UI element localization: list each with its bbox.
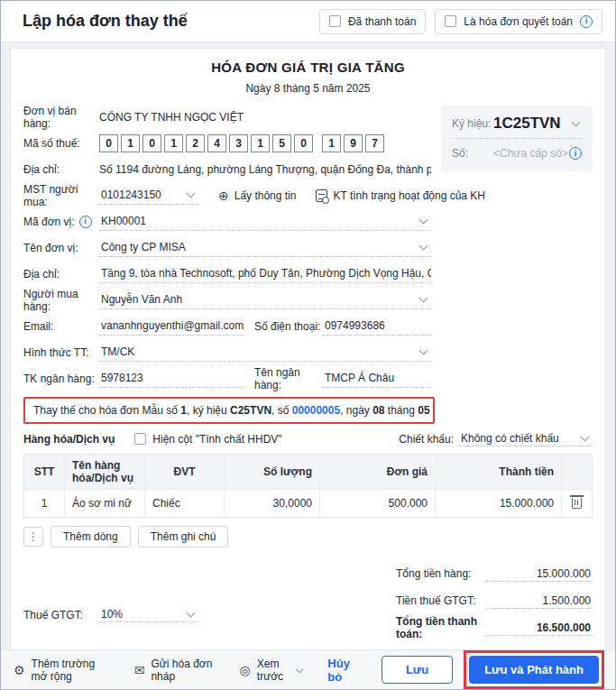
bank-acc-input[interactable]: 5978123 [99, 369, 244, 388]
envelope-icon: ✉ [134, 664, 145, 676]
buyer-mst-row: MST người mua: 0101243150 ⊕ Lấy thông ti… [23, 182, 431, 208]
vat-rate-label: Thuế GTGT: [23, 609, 99, 621]
bank-name-input[interactable]: TMCP Á Châu [323, 369, 431, 388]
buyer-mst-input[interactable]: 0101243150 [99, 186, 198, 205]
seller-name-value: CÔNG TY TNHH NGỌC VIỆT [99, 111, 431, 124]
buyer-code-input[interactable]: KH00001 [99, 212, 431, 231]
settlement-checkbox-chip[interactable]: Là hóa đơn quyết toán i [435, 9, 602, 34]
row-unit[interactable]: Chiếc [144, 490, 224, 517]
paid-checkbox-chip[interactable]: Đã thanh toán [319, 9, 426, 34]
row-amount[interactable]: 15.000.000 [435, 490, 561, 517]
items-table: STT Tên hàng hóa/Dịch vụ ĐVT Số lượng Đơ… [23, 454, 593, 518]
tax-digit: 0 [294, 134, 313, 152]
save-and-publish-button[interactable]: Lưu và Phát hành [469, 656, 599, 684]
serial-symbol-label: Ký hiệu: [452, 117, 493, 130]
chevron-down-icon[interactable] [572, 117, 581, 126]
trash-icon[interactable] [572, 498, 582, 509]
discount-select[interactable]: Không có chiết khấu [459, 431, 593, 446]
tax-amount-value: 1.500.000 [486, 593, 593, 609]
chevron-down-icon[interactable] [419, 293, 428, 302]
settlement-checkbox[interactable] [445, 15, 456, 27]
settlement-checkbox-label: Là hóa đơn quyết toán [464, 15, 573, 28]
bank-acc-label: TK ngân hàng: [23, 373, 99, 385]
chevron-down-icon[interactable] [187, 189, 196, 198]
kebab-menu-icon[interactable]: ⋮ [23, 527, 43, 547]
grand-total-value: 16.500.000 [486, 621, 593, 636]
invoice-editor-window: { "colors": { "accent": "#2368ee", "dang… [0, 0, 616, 690]
chevron-down-icon[interactable] [419, 345, 428, 354]
replacement-text: tháng [385, 404, 418, 417]
preview-button[interactable]: ◎ Xem trước [240, 658, 303, 683]
buyer-contact-row: Email: vananhnguyenthi@gmail.com Số điện… [23, 313, 431, 339]
totals-panel: Tổng tiền hàng: 15.000.000 Tiền thuế GTG… [396, 560, 593, 641]
buyer-person-input[interactable]: Nguyễn Văn Anh [99, 290, 431, 309]
replacement-month: 05 [418, 404, 429, 417]
fetch-info-button[interactable]: ⊕ Lấy thông tin [218, 189, 296, 202]
buyer-person-row: Người mua hàng: Nguyễn Văn Anh [23, 287, 431, 313]
row-quantity[interactable]: 30,0000 [224, 490, 319, 517]
serial-divider [452, 138, 582, 139]
replacement-day: 08 [372, 404, 384, 417]
chevron-down-icon[interactable] [419, 215, 428, 224]
tax-digit: 3 [229, 134, 248, 152]
send-draft-button[interactable]: ✉ Gửi hóa đơn nháp [134, 658, 215, 683]
replacement-notice: Thay thế cho hóa đơn Mẫu số 1, ký hiệu C… [23, 397, 435, 424]
bank-acc-value: 5978123 [101, 372, 143, 384]
save-button[interactable]: Lưu [382, 656, 453, 684]
bank-name-label: Tên ngân hàng: [254, 366, 323, 391]
buyer-code-value: KH00001 [101, 215, 146, 227]
hhdv-checkbox-label: Hiện cột "Tính chất HHDV" [152, 433, 281, 446]
buyer-email-label: Email: [23, 320, 99, 333]
paid-checkbox-label: Đã thanh toán [348, 15, 416, 28]
info-icon[interactable]: i [580, 15, 593, 28]
buyer-code-row: Mã đơn vị: i KH00001 [23, 208, 431, 235]
info-icon[interactable]: i [569, 147, 582, 160]
add-row-button[interactable]: Thêm dòng [51, 526, 131, 547]
add-note-button[interactable]: Thêm ghi chú [138, 526, 229, 547]
vat-rate-select[interactable]: 10% [99, 607, 198, 622]
buyer-email-input[interactable]: vananhnguyenthi@gmail.com [99, 317, 244, 336]
serial-number-placeholder: <Chưa cấp số> [493, 147, 569, 160]
buyer-phone-input[interactable]: 0974993686 [323, 317, 431, 336]
seller-name-label: Đơn vị bán hàng: [23, 105, 99, 130]
info-icon[interactable]: i [79, 216, 92, 228]
page-title: Lập hóa đơn thay thế [23, 12, 188, 31]
chevron-down-icon[interactable] [187, 608, 196, 617]
col-header-stt: STT [24, 455, 64, 489]
buyer-code-label-text: Mã đơn vị: [23, 216, 75, 228]
vat-rate-row: Thuế GTGT: 10% [23, 588, 198, 641]
replaced-invoice-number-link[interactable]: 00000005 [292, 404, 340, 417]
buyer-person-label: Người mua hàng: [23, 288, 99, 313]
tax-digit: 1 [164, 134, 183, 152]
invoice-title: HÓA ĐƠN GIÁ TRỊ GIA TĂNG [23, 60, 593, 75]
vat-rate-value: 10% [101, 608, 123, 621]
buyer-unit-input[interactable]: Công ty CP MISA [99, 238, 431, 257]
seller-address-label: Địa chỉ: [23, 163, 99, 176]
seller-name-row: Đơn vị bán hàng: CÔNG TY TNHH NGỌC VIỆT [23, 104, 431, 130]
bank-row: TK ngân hàng: 5978123 Tên ngân hàng: TMC… [23, 365, 431, 391]
document-check-icon [316, 189, 327, 202]
header-checkbox-group: Đã thanh toán Là hóa đơn quyết toán i [319, 9, 602, 34]
extra-fields-button[interactable]: ⚙ Thêm trường mở rộng [14, 658, 109, 683]
chevron-down-icon[interactable] [419, 241, 428, 250]
check-status-button[interactable]: KT tình trạng hoạt động của KH [316, 189, 485, 202]
footer-bar: ⚙ Thêm trường mở rộng ✉ Gửi hóa đơn nháp… [1, 649, 615, 689]
paid-checkbox[interactable] [329, 15, 341, 27]
chevron-down-icon[interactable] [296, 665, 303, 672]
row-unit-price[interactable]: 500.000 [319, 490, 435, 517]
row-stt: 1 [24, 490, 64, 517]
buyer-email-value: vananhnguyenthi@gmail.com [101, 319, 244, 332]
tax-digit: 0 [143, 134, 161, 152]
buyer-address-input[interactable]: Tầng 9, tòa nhà Technosoft, phố Duy Tân,… [99, 264, 431, 283]
row-item-name[interactable]: Áo sơ mi nữ [64, 490, 144, 517]
tax-amount-row: Tiền thuế GTGT: 1.500.000 [396, 587, 593, 614]
cancel-button[interactable]: Hủy bỏ [327, 657, 358, 684]
chevron-down-icon[interactable] [581, 432, 590, 441]
buyer-unit-row: Tên đơn vị: Công ty CP MISA [23, 235, 431, 261]
serial-symbol-row: Ký hiệu: 1C25TVN [452, 113, 582, 134]
subtotal-value: 15.000.000 [486, 566, 593, 582]
serial-number-row: Số: <Chưa cấp số> i [452, 143, 582, 164]
payment-method-input[interactable]: TM/CK [99, 343, 431, 362]
hhdv-checkbox[interactable] [134, 433, 146, 445]
show-hhdv-column-checkbox[interactable]: Hiện cột "Tính chất HHDV" [134, 433, 281, 446]
